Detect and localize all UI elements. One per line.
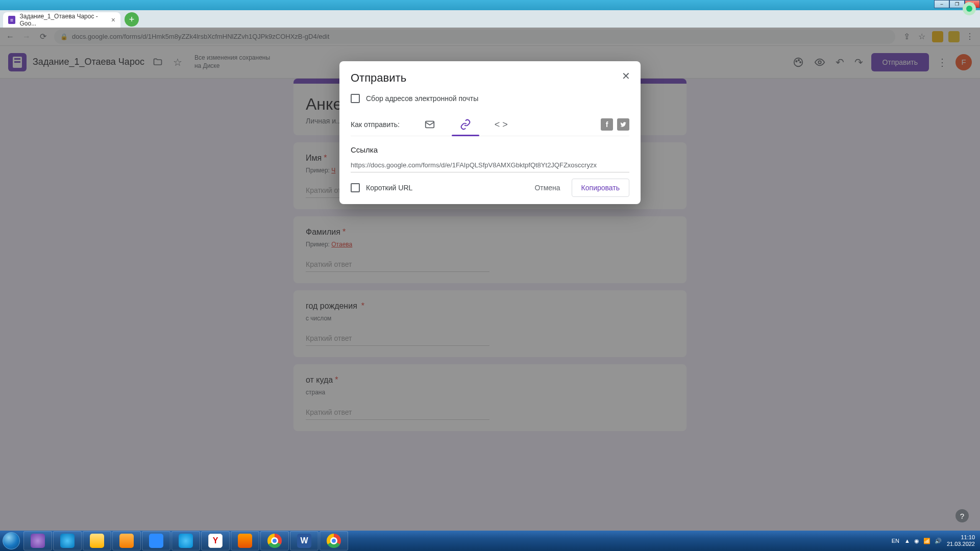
- collect-emails-label: Сбор адресов электронной почты: [366, 94, 478, 103]
- tray-arrow-icon[interactable]: ▲: [904, 538, 910, 544]
- send-via-embed-tab[interactable]: < >: [483, 113, 519, 136]
- collect-emails-checkbox[interactable]: [351, 94, 360, 103]
- short-url-checkbox[interactable]: [351, 183, 360, 192]
- forms-favicon-icon: ≡: [8, 16, 15, 24]
- help-fab-icon[interactable]: ?: [955, 509, 969, 522]
- taskbar-app-chrome-2[interactable]: [320, 531, 348, 550]
- browser-tab-strip: ≡ Задание_1_Отаева Чарос - Goo... × +: [0, 10, 980, 28]
- tab-close-icon[interactable]: ×: [111, 16, 115, 24]
- dialog-title: Отправить: [351, 71, 629, 85]
- tray-icon-1[interactable]: ◉: [914, 538, 919, 544]
- windows-taskbar: Y W EN ▲ ◉ 📶 🔊 11:10 21.03.2022: [0, 531, 980, 551]
- taskbar-app-chrome[interactable]: [260, 531, 289, 550]
- taskbar-app-telegram[interactable]: [172, 531, 200, 550]
- start-button[interactable]: [0, 531, 22, 551]
- taskbar-app-media[interactable]: [112, 531, 141, 550]
- share-twitter-icon[interactable]: [617, 118, 629, 131]
- send-via-tabs: Как отправить: < > f: [351, 111, 629, 136]
- send-via-link-tab[interactable]: [448, 113, 483, 136]
- taskbar-app-1[interactable]: [23, 531, 52, 550]
- taskbar-app-word[interactable]: W: [290, 531, 318, 550]
- cancel-button[interactable]: Отмена: [527, 179, 567, 197]
- tab-title: Задание_1_Отаева Чарос - Goo...: [19, 13, 107, 27]
- link-section-label: Ссылка: [351, 145, 629, 154]
- short-url-label: Короткий URL: [366, 184, 412, 192]
- language-indicator[interactable]: EN: [892, 538, 899, 544]
- tray-network-icon[interactable]: 📶: [923, 538, 930, 544]
- taskbar-app-ie[interactable]: [53, 531, 82, 550]
- taskbar-app-explorer[interactable]: [83, 531, 111, 550]
- window-titlebar: – ❐ ✕: [0, 0, 980, 10]
- system-tray: EN ▲ ◉ 📶 🔊 11:10 21.03.2022: [892, 534, 980, 547]
- share-link-field[interactable]: https://docs.google.com/forms/d/e/1FAIpQ…: [351, 159, 629, 172]
- send-via-label: Как отправить:: [351, 120, 400, 129]
- tray-volume-icon[interactable]: 🔊: [935, 538, 942, 544]
- send-via-email-tab[interactable]: [412, 113, 448, 136]
- taskbar-clock[interactable]: 11:10 21.03.2022: [947, 534, 975, 547]
- share-facebook-icon[interactable]: f: [601, 118, 613, 131]
- dialog-close-button[interactable]: ✕: [618, 68, 633, 84]
- taskbar-app-yandex[interactable]: Y: [201, 531, 230, 550]
- send-dialog: Отправить ✕ Сбор адресов электронной поч…: [339, 61, 641, 204]
- taskbar-app-uc[interactable]: [231, 531, 259, 550]
- taskbar-app-zoom[interactable]: [142, 531, 170, 550]
- copy-button[interactable]: Копировать: [572, 179, 629, 197]
- window-minimize-button[interactable]: –: [934, 0, 949, 8]
- browser-profile-button[interactable]: [963, 2, 976, 15]
- browser-tab-active[interactable]: ≡ Задание_1_Отаева Чарос - Goo... ×: [3, 12, 120, 28]
- new-tab-button[interactable]: +: [125, 12, 139, 27]
